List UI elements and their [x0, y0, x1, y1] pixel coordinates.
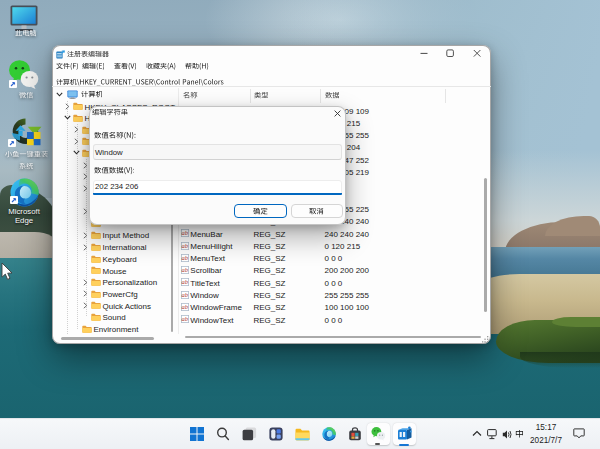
svg-text:ab: ab [182, 254, 189, 261]
svg-text:ab: ab [182, 303, 189, 310]
svg-text:ab: ab [182, 279, 189, 286]
svg-text:ab: ab [182, 291, 189, 298]
svg-text:ab: ab [182, 315, 189, 322]
svg-text:ab: ab [182, 242, 189, 249]
svg-text:ab: ab [182, 229, 189, 236]
svg-text:ab: ab [182, 266, 189, 273]
